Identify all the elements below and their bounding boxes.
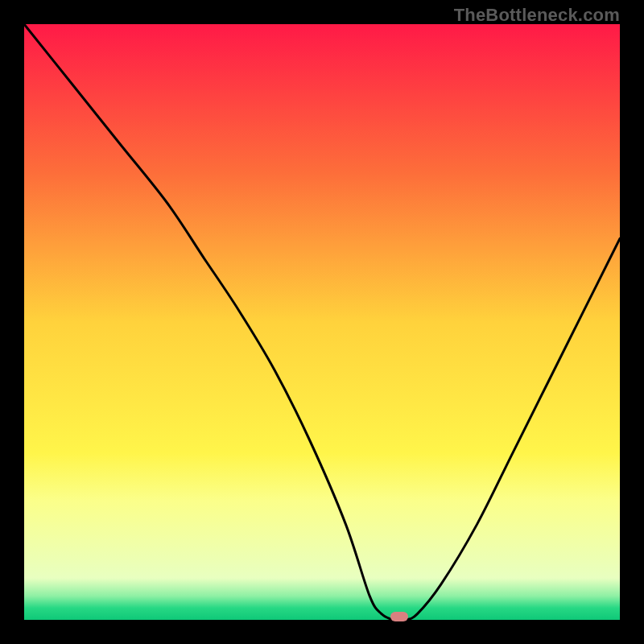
- watermark-text: TheBottleneck.com: [454, 5, 620, 26]
- chart-container: TheBottleneck.com: [0, 0, 644, 644]
- optimum-marker: [390, 612, 408, 621]
- plot-area: [24, 24, 620, 620]
- curve-layer: [24, 24, 620, 620]
- bottleneck-curve: [24, 24, 620, 620]
